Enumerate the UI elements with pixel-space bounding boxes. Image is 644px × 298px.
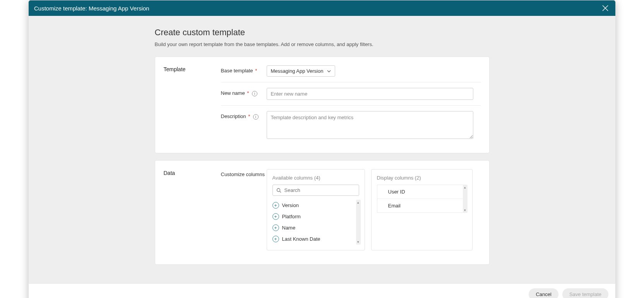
info-icon[interactable]: i (253, 114, 259, 120)
data-card: Data Customize columns Available columns… (155, 160, 490, 265)
page-subtitle: Build your own report template from the … (155, 41, 490, 47)
available-column-item[interactable]: +Platform (272, 211, 359, 222)
new-name-label: New name * i (221, 88, 267, 96)
customize-columns-label: Customize columns (221, 169, 267, 177)
base-template-label: Base template * (221, 65, 267, 74)
svg-point-2 (277, 188, 280, 192)
page-title: Create custom template (155, 27, 490, 38)
available-column-label: Name (282, 225, 296, 231)
description-textarea[interactable] (267, 111, 473, 139)
available-search-input[interactable] (272, 185, 359, 196)
template-card: Template Base template * Messaging App V… (155, 57, 490, 153)
description-label: Description * i (221, 111, 267, 120)
available-scrollbar[interactable]: ▴ ▾ (356, 200, 361, 245)
available-search-wrap (272, 185, 359, 196)
modal-header: Customize template: Messaging App Versio… (29, 0, 615, 16)
display-columns-box: Display columns (2) User IDEmail ▴ ▾ (371, 169, 473, 250)
available-column-label: Platform (282, 214, 301, 219)
display-column-item[interactable]: User ID (377, 185, 466, 199)
available-column-item[interactable]: +Last Known Date (272, 233, 359, 245)
available-columns-box: Available columns (4) +Version+Pla (267, 169, 365, 250)
required-asterisk: * (248, 113, 250, 119)
available-column-item[interactable]: +Version (272, 200, 359, 211)
data-section-label: Data (164, 169, 221, 256)
plus-circle-icon: + (272, 224, 279, 231)
cancel-button[interactable]: Cancel (529, 288, 558, 298)
modal-footer: Cancel Save template (29, 283, 615, 298)
plus-circle-icon: + (272, 236, 279, 242)
required-asterisk: * (255, 68, 257, 74)
customize-columns-row: Customize columns Available columns (4) (221, 169, 481, 256)
display-columns-list: User IDEmail (377, 185, 467, 213)
base-template-row: Base template * Messaging App Version (221, 65, 481, 82)
chevron-down-icon (327, 69, 331, 73)
available-column-item[interactable]: +Name (272, 222, 359, 233)
close-button[interactable] (601, 3, 610, 13)
available-columns-list: +Version+Platform+Name+Last Known Date ▴… (272, 200, 359, 245)
required-asterisk: * (247, 90, 249, 96)
svg-line-3 (279, 191, 281, 193)
new-name-row: New name * i (221, 82, 481, 105)
available-column-label: Last Known Date (282, 236, 320, 242)
plus-circle-icon: + (272, 213, 279, 220)
description-label-text: Description (221, 113, 246, 119)
close-icon (602, 5, 609, 12)
columns-wrap: Available columns (4) +Version+Pla (267, 169, 473, 250)
description-row: Description * i (221, 105, 481, 144)
plus-circle-icon: + (272, 202, 279, 209)
display-columns-title: Display columns (2) (377, 175, 467, 181)
template-section-label: Template (164, 65, 221, 144)
display-scrollbar[interactable]: ▴ ▾ (463, 185, 468, 213)
save-template-button[interactable]: Save template (562, 288, 608, 298)
available-column-label: Version (282, 202, 299, 208)
new-name-label-text: New name (221, 90, 245, 96)
customize-template-modal: Customize template: Messaging App Versio… (28, 0, 616, 298)
available-columns-title: Available columns (4) (272, 175, 359, 181)
display-column-item[interactable]: Email (377, 199, 466, 212)
modal-body: Create custom template Build your own re… (29, 16, 615, 283)
base-template-value: Messaging App Version (271, 68, 324, 74)
new-name-input[interactable] (267, 88, 473, 100)
base-template-select[interactable]: Messaging App Version (267, 65, 336, 77)
search-icon (276, 188, 281, 193)
modal-title: Customize template: Messaging App Versio… (34, 5, 149, 12)
base-template-label-text: Base template (221, 68, 253, 74)
info-icon[interactable]: i (252, 91, 257, 96)
